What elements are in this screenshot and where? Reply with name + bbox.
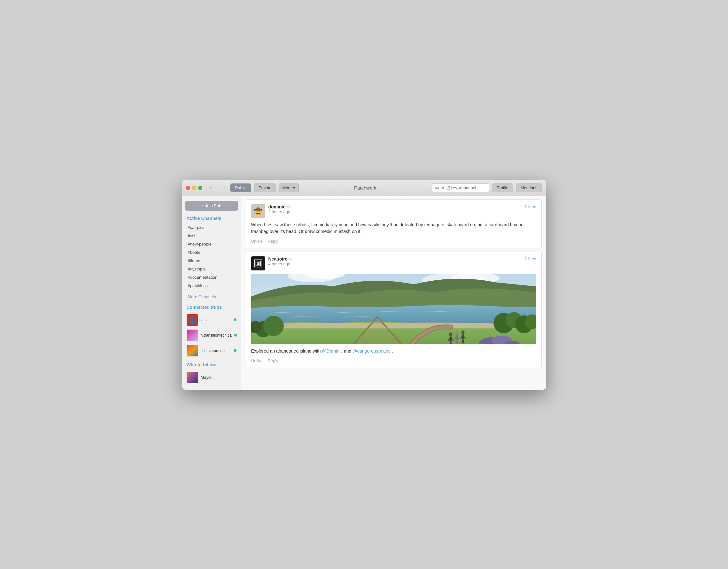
online-indicator (234, 318, 236, 321)
landscape-svg (251, 274, 536, 344)
post-time-1: 2 hours ago (268, 209, 524, 214)
forward-button[interactable]: → (219, 184, 228, 191)
post-author-line-1: dominic ⊙ (268, 204, 524, 209)
more-button[interactable]: More ▾ (279, 183, 299, 192)
private-tab[interactable]: Private (254, 183, 276, 192)
pub-item-transitiontech[interactable]: h.transitiontech.ca (185, 328, 238, 343)
chevron-down-icon: ▾ (293, 185, 295, 190)
caption-prefix: Explored an abandoned island with (251, 348, 322, 354)
channel-item[interactable]: #ssb (185, 232, 238, 240)
minimize-button[interactable] (192, 186, 196, 190)
svg-rect-4 (258, 263, 259, 264)
titlebar: ← → Public Private More ▾ Patchwork Prof… (182, 180, 546, 196)
active-channels-title: Active Channels (185, 216, 238, 221)
neauoire-avatar-icon (252, 258, 264, 269)
pub-name-alarum: ssb.alarum.de (201, 348, 231, 353)
reply-button-2[interactable]: Reply (268, 358, 278, 363)
post-meta-2: Neauoire ⊙ 4 hours ago (268, 256, 524, 266)
channel-item[interactable]: #cat-pics (185, 223, 238, 231)
channel-item[interactable]: #dystopia (185, 265, 238, 273)
post-card-2: Neauoire ⊙ 4 hours ago 3 likes (246, 252, 542, 368)
main-layout: + Join Pub Active Channels #cat-pics #ss… (182, 196, 546, 390)
post-likes-1[interactable]: 3 likes (524, 204, 536, 209)
pub-item-alarum[interactable]: ssb.alarum.de (185, 343, 238, 358)
channel-item[interactable]: #flume (185, 257, 238, 265)
pub-avatar-transition (187, 330, 198, 341)
unlike-button-1[interactable]: Unlike (251, 239, 263, 244)
connected-pubs-title: Connected Pubs (185, 305, 238, 310)
follow-avatar-mayel (187, 372, 198, 383)
profile-button[interactable]: Profile (492, 183, 513, 192)
post-actions-1: Unlike Reply (251, 239, 536, 244)
post-actions-2: Unlike Reply (251, 358, 536, 363)
post-likes-2[interactable]: 3 likes (524, 256, 536, 261)
app-window: ← → Public Private More ▾ Patchwork Prof… (182, 180, 546, 390)
public-tab[interactable]: Public (230, 183, 251, 192)
verified-icon: ⊙ (287, 204, 290, 209)
close-button[interactable] (186, 186, 190, 190)
caption-suffix: . (392, 348, 393, 354)
mention-dominic[interactable]: @Dominic (322, 348, 343, 354)
caption-mid: and (344, 348, 352, 354)
channel-item[interactable]: #patchless (185, 282, 238, 290)
post-image-neauoire (251, 274, 536, 344)
pub-name-transitiontech: h.transitiontech.ca (201, 333, 232, 338)
feed: 🤠 dominic ⊙ 2 hours ago 3 likes When I f… (241, 196, 546, 390)
back-button[interactable]: ← (207, 184, 216, 191)
post-card-1: 🤠 dominic ⊙ 2 hours ago 3 likes When I f… (246, 199, 542, 248)
post-author-neauoire: Neauoire (268, 256, 288, 261)
maximize-button[interactable] (198, 186, 202, 190)
pub-avatar-alarum (187, 345, 198, 356)
channel-item[interactable]: #documentation (185, 273, 238, 281)
channel-item[interactable]: #boats (185, 248, 238, 256)
svg-point-35 (461, 330, 464, 334)
svg-point-18 (263, 316, 284, 336)
pub-avatar-kas: 👤 (187, 314, 198, 326)
post-author-line-2: Neauoire ⊙ (268, 256, 524, 261)
online-indicator (234, 349, 236, 352)
unlike-button-2[interactable]: Unlike (251, 358, 263, 363)
pub-name-kas: kas (201, 318, 231, 322)
svg-point-23 (449, 332, 452, 336)
more-channels-link[interactable]: More Channels... (185, 293, 238, 301)
post-header-1: 🤠 dominic ⊙ 2 hours ago 3 likes (251, 204, 536, 218)
post-header-2: Neauoire ⊙ 4 hours ago 3 likes (251, 256, 536, 270)
post-avatar-neauoire[interactable] (251, 256, 265, 270)
sidebar: + Join Pub Active Channels #cat-pics #ss… (182, 196, 241, 390)
post-avatar-dominic[interactable]: 🤠 (251, 204, 265, 218)
pub-item-kas[interactable]: 👤 kas (185, 312, 238, 328)
follow-suggestion-mayel[interactable]: Mayel (185, 370, 238, 385)
mention-dangerousbeans[interactable]: @dangerousbeans (352, 348, 391, 354)
svg-point-29 (455, 331, 458, 335)
join-pub-button[interactable]: + Join Pub (185, 201, 238, 211)
traffic-lights (186, 186, 202, 190)
follow-name-mayel: Mayel (201, 375, 212, 380)
post-caption-2: Explored an abandoned island with @Domin… (251, 348, 536, 355)
mentions-button[interactable]: Mentions (516, 183, 542, 192)
verified-icon-2: ⊙ (289, 256, 292, 261)
post-meta-1: dominic ⊙ 2 hours ago (268, 204, 524, 214)
app-title: Patchwork (301, 185, 429, 191)
reply-button-1[interactable]: Reply (268, 239, 278, 244)
channel-list: #cat-pics #ssb #new-people #boats #flume… (185, 223, 238, 290)
post-body-1: When I first saw these robots, I immedia… (251, 222, 536, 235)
post-author-dominic: dominic (268, 204, 286, 209)
who-to-follow-title: Who to follow (185, 362, 238, 367)
search-input[interactable] (432, 183, 489, 192)
online-indicator (234, 334, 237, 337)
channel-item[interactable]: #new-people (185, 240, 238, 248)
post-time-2: 4 hours ago (268, 261, 524, 266)
